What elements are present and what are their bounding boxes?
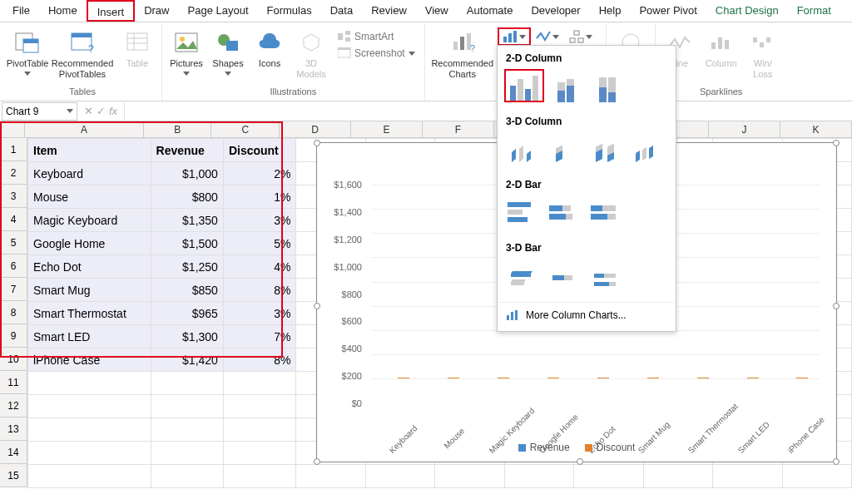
cell-E15[interactable]	[365, 465, 434, 488]
stacked-bar-thumb[interactable]	[546, 195, 586, 229]
cell-A6[interactable]: Echo Dot	[28, 255, 151, 279]
cell-B14[interactable]	[151, 442, 223, 465]
cell-B13[interactable]	[151, 418, 223, 442]
row-header-5[interactable]: 5	[0, 231, 27, 254]
row-header-13[interactable]: 13	[0, 418, 27, 441]
row-header-10[interactable]: 10	[0, 348, 27, 371]
sparkline-winloss-button[interactable]: Win/ Loss	[743, 26, 783, 82]
select-all-corner[interactable]	[0, 121, 25, 138]
cell-B1[interactable]: Revenue	[151, 139, 223, 162]
cell-C12[interactable]	[223, 395, 296, 418]
cell-B4[interactable]: $1,350	[151, 209, 223, 232]
cell-C13[interactable]	[223, 418, 296, 442]
cell-B15[interactable]	[151, 465, 223, 488]
cell-I15[interactable]	[643, 465, 712, 488]
cell-A10[interactable]: iPhone Case	[28, 348, 151, 372]
cell-A3[interactable]: Mouse	[28, 185, 151, 209]
tab-power-pivot[interactable]: Power Pivot	[630, 0, 706, 22]
cell-J15[interactable]	[713, 465, 782, 488]
recommended-charts-button[interactable]: ? Recommended Charts	[429, 26, 496, 82]
cell-C4[interactable]: 3%	[223, 209, 296, 232]
cell-F15[interactable]	[435, 465, 504, 488]
cell-A11[interactable]	[28, 372, 151, 395]
tab-automate[interactable]: Automate	[458, 0, 523, 22]
cell-B9[interactable]: $1,300	[151, 325, 223, 348]
tab-review[interactable]: Review	[362, 0, 416, 22]
line-chart-dropdown[interactable]	[531, 27, 564, 46]
100pct-stacked-column-thumb[interactable]	[587, 69, 627, 102]
cell-C3[interactable]: 1%	[223, 185, 296, 209]
pivottable-button[interactable]: PivotTable	[7, 26, 47, 82]
cell-B6[interactable]: $1,250	[151, 255, 223, 279]
cell-C6[interactable]: 4%	[223, 255, 296, 279]
column-header-E[interactable]: E	[351, 121, 423, 138]
cell-A9[interactable]: Smart LED	[28, 325, 151, 348]
3d-stacked-column-thumb[interactable]	[546, 132, 586, 166]
clustered-bar-thumb[interactable]	[504, 195, 544, 229]
3d-clustered-bar-thumb[interactable]	[504, 259, 544, 292]
cancel-icon[interactable]: ✕	[84, 105, 93, 117]
sparkline-column-button[interactable]: Column	[701, 26, 741, 82]
row-header-1[interactable]: 1	[0, 138, 27, 161]
shapes-button[interactable]: Shapes	[208, 26, 248, 82]
cell-H15[interactable]	[574, 465, 643, 488]
cell-A14[interactable]	[28, 442, 151, 465]
cell-A15[interactable]	[28, 465, 151, 488]
column-header-B[interactable]: B	[144, 121, 211, 138]
row-header-15[interactable]: 15	[0, 464, 27, 487]
100pct-stacked-bar-thumb[interactable]	[587, 195, 627, 229]
cell-B5[interactable]: $1,500	[151, 232, 223, 255]
cell-C8[interactable]: 3%	[223, 302, 296, 325]
tab-home[interactable]: Home	[39, 0, 87, 22]
column-header-K[interactable]: K	[780, 121, 852, 138]
tab-format[interactable]: Format	[788, 0, 840, 22]
row-header-4[interactable]: 4	[0, 208, 27, 231]
cell-A5[interactable]: Google Home	[28, 232, 151, 255]
icons-button[interactable]: Icons	[250, 26, 290, 82]
table-button[interactable]: Table	[117, 26, 157, 82]
tab-chart-design[interactable]: Chart Design	[706, 0, 788, 22]
cell-C5[interactable]: 5%	[223, 232, 296, 255]
row-header-6[interactable]: 6	[0, 254, 27, 278]
cell-C10[interactable]: 8%	[223, 348, 296, 372]
row-header-9[interactable]: 9	[0, 324, 27, 348]
cell-K15[interactable]	[782, 465, 851, 488]
cell-C7[interactable]: 8%	[223, 279, 296, 302]
enter-icon[interactable]: ✓	[97, 105, 106, 117]
cell-C11[interactable]	[223, 372, 296, 395]
formula-input[interactable]	[124, 101, 852, 121]
cell-C1[interactable]: Discount	[223, 139, 296, 162]
row-header-3[interactable]: 3	[0, 185, 27, 208]
3d-100pct-stacked-bar-thumb[interactable]	[587, 259, 627, 292]
cell-B10[interactable]: $1,420	[151, 348, 223, 372]
cell-A1[interactable]: Item	[28, 139, 151, 162]
3d-100pct-stacked-column-thumb[interactable]	[587, 132, 627, 166]
cell-C2[interactable]: 2%	[223, 162, 296, 185]
column-header-C[interactable]: C	[211, 121, 279, 138]
tab-insert[interactable]: Insert	[87, 0, 136, 22]
cell-D15[interactable]	[296, 465, 365, 488]
3d-models-button[interactable]: 3D Models	[291, 26, 331, 82]
row-header-14[interactable]: 14	[0, 441, 27, 464]
clustered-column-thumb[interactable]	[504, 69, 544, 102]
column-header-D[interactable]: D	[280, 121, 351, 138]
more-column-charts[interactable]: More Column Charts...	[498, 302, 676, 328]
cell-A12[interactable]	[28, 395, 151, 418]
cell-B7[interactable]: $850	[151, 279, 223, 302]
screenshot-button[interactable]: Screenshot	[333, 46, 420, 61]
column-header-A[interactable]: A	[25, 121, 144, 138]
tab-view[interactable]: View	[416, 0, 458, 22]
row-header-11[interactable]: 11	[0, 371, 27, 394]
cell-G15[interactable]	[504, 465, 573, 488]
tab-data[interactable]: Data	[321, 0, 362, 22]
cell-C9[interactable]: 7%	[223, 325, 296, 348]
row-header-2[interactable]: 2	[0, 161, 27, 185]
cell-B12[interactable]	[151, 395, 223, 418]
cell-B11[interactable]	[151, 372, 223, 395]
cell-B2[interactable]: $1,000	[151, 162, 223, 185]
name-box[interactable]: Chart 9	[2, 102, 77, 121]
tab-help[interactable]: Help	[590, 0, 631, 22]
cell-A4[interactable]: Magic Keyboard	[28, 209, 151, 232]
cell-A2[interactable]: Keyboard	[28, 162, 151, 185]
column-header-F[interactable]: F	[423, 121, 494, 138]
